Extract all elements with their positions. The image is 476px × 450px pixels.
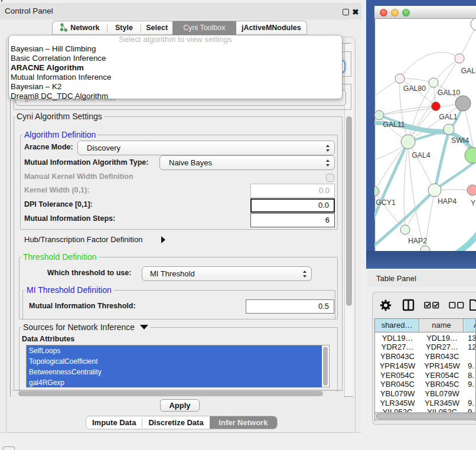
svg-text:HAP2: HAP2 (408, 237, 427, 245)
svg-text:GAL10: GAL10 (438, 89, 460, 97)
svg-text:HAP4: HAP4 (438, 197, 457, 206)
svg-text:GAL80: GAL80 (403, 84, 426, 93)
svg-text:GAL1: GAL1 (439, 113, 458, 121)
svg-text:GAL11: GAL11 (383, 120, 405, 129)
svg-text:GAL4: GAL4 (412, 151, 431, 159)
svg-text:GAL7: GAL7 (461, 67, 476, 75)
svg-text:YBR: YBR (471, 199, 476, 207)
svg-text:GCY1: GCY1 (376, 198, 396, 207)
svg-text:SWI4: SWI4 (451, 136, 469, 145)
